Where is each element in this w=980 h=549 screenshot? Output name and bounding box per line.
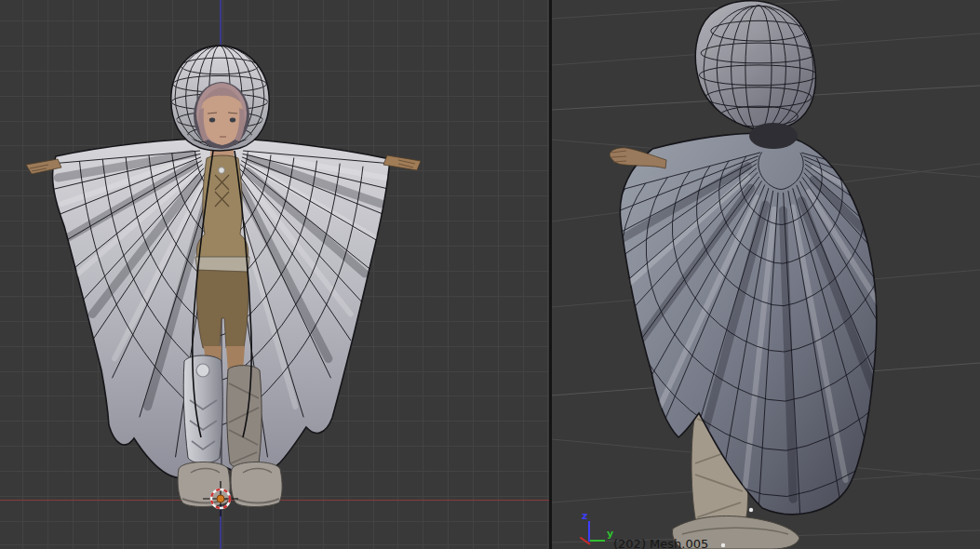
viewport-status-text: (202) Mesh.005 [613, 537, 708, 549]
gizmo-z-label: z [582, 511, 587, 521]
viewport-divider[interactable] [549, 0, 552, 549]
necklace-pendant [219, 167, 225, 174]
hood-mesh-front[interactable] [171, 46, 269, 151]
neck-shadow [749, 123, 798, 149]
gizmo-z-arm [588, 521, 590, 542]
cloak-mesh-back[interactable] [583, 133, 979, 518]
viewport-perspective[interactable]: z y (202) Mesh.005 [552, 0, 980, 549]
hood-mesh-back[interactable] [695, 1, 817, 149]
viewport-front-ortho[interactable] [0, 0, 550, 549]
gizmo-y-arm [590, 540, 605, 542]
blender-window: z y (202) Mesh.005 [0, 0, 980, 549]
object-origin-dot [217, 495, 224, 502]
axis-gizmo: z y [552, 0, 664, 56]
